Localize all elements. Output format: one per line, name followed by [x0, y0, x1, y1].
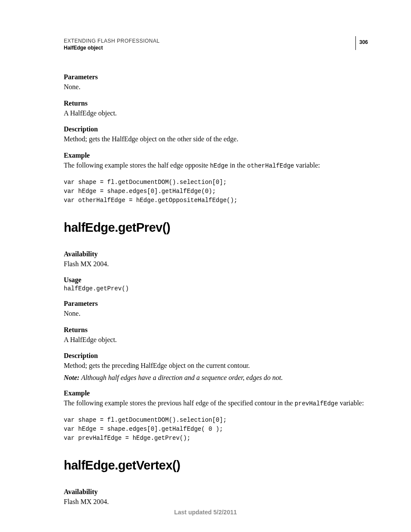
example-lead: The following example stores the half ed…: [64, 161, 368, 170]
inline-code: otherHalfEdge: [247, 162, 294, 169]
note-text: Although half edges have a direction and…: [81, 374, 283, 381]
returns-body: A HalfEdge object.: [64, 335, 368, 345]
footer-last-updated: Last updated 5/2/2011: [0, 509, 411, 516]
code-block: var shape = fl.getDocumentDOM().selectio…: [64, 416, 368, 443]
running-head: EXTENDING FLASH PROFESSIONAL: [64, 38, 368, 44]
method-heading-getvertex: halfEdge.getVertex(): [64, 458, 368, 473]
text-run: The following example stores the previou…: [64, 399, 295, 407]
availability-body: Flash MX 2004.: [64, 497, 368, 507]
availability-block: Availability Flash MX 2004.: [64, 250, 368, 269]
returns-body: A HalfEdge object.: [64, 109, 368, 118]
parameters-label: Parameters: [64, 300, 368, 308]
description-body: Method; gets the HalfEdge object on the …: [64, 134, 368, 144]
returns-block: Returns A HalfEdge object.: [64, 100, 368, 118]
inline-code: prevHalfEdge: [295, 400, 338, 407]
page-number-box: 306: [355, 36, 368, 50]
example-label: Example: [64, 389, 368, 397]
inline-code: hEdge: [210, 162, 228, 169]
parameters-label: Parameters: [64, 73, 368, 81]
example-label: Example: [64, 152, 368, 159]
example-lead: The following example stores the previou…: [64, 398, 368, 408]
code-block: var shape = fl.getDocumentDOM().selectio…: [64, 178, 368, 205]
note-label: Note:: [64, 374, 81, 381]
text-run: variable:: [294, 162, 320, 169]
availability-label: Availability: [64, 488, 368, 496]
note-row: Note: Although half edges have a directi…: [64, 374, 368, 382]
text-run: in the: [228, 162, 247, 169]
description-block: Description Method; gets the HalfEdge ob…: [64, 125, 368, 144]
parameters-block: Parameters None.: [64, 73, 368, 92]
availability-block: Availability Flash MX 2004.: [64, 488, 368, 507]
text-run: variable:: [338, 399, 364, 407]
returns-block: Returns A HalfEdge object.: [64, 326, 368, 345]
description-body: Method; gets the preceding HalfEdge obje…: [64, 361, 368, 370]
description-block: Description Method; gets the preceding H…: [64, 352, 368, 370]
parameters-body: None.: [64, 82, 368, 92]
example-block: Example The following example stores the…: [64, 152, 368, 170]
returns-label: Returns: [64, 326, 368, 334]
parameters-body: None.: [64, 309, 368, 318]
availability-label: Availability: [64, 250, 368, 258]
usage-label: Usage: [64, 276, 368, 284]
description-label: Description: [64, 352, 368, 360]
running-subhead: HalfEdge object: [64, 45, 368, 51]
availability-body: Flash MX 2004.: [64, 259, 368, 269]
example-block: Example The following example stores the…: [64, 389, 368, 408]
returns-label: Returns: [64, 100, 368, 107]
text-run: The following example stores the half ed…: [64, 162, 210, 169]
page-content: EXTENDING FLASH PROFESSIONAL HalfEdge ob…: [0, 0, 411, 507]
parameters-block: Parameters None.: [64, 300, 368, 318]
page-number: 306: [359, 39, 368, 45]
method-heading-getprev: halfEdge.getPrev(): [64, 221, 368, 235]
usage-block: Usage halfEdge.getPrev(): [64, 276, 368, 292]
description-label: Description: [64, 125, 368, 133]
usage-code: halfEdge.getPrev(): [64, 285, 368, 292]
